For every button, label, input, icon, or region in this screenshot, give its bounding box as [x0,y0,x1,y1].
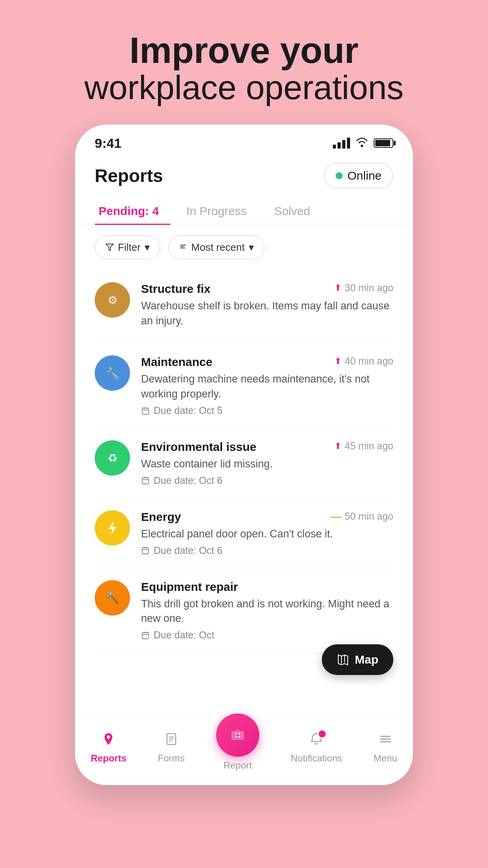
report-header: Energy — 50 min ago [141,510,393,524]
phone-frame: 9:41 Reports Online [75,125,413,785]
bottom-nav: Reports Forms Report [75,717,413,785]
svg-text:🔨: 🔨 [106,592,119,605]
report-item[interactable]: ⚙ Structure fix ⬆ 30 min ago Warehouse s… [95,270,393,344]
report-header: Structure fix ⬆ 30 min ago [141,282,393,296]
tab-solved[interactable]: Solved [270,197,322,224]
report-content: Structure fix ⬆ 30 min ago Warehouse she… [141,282,393,332]
report-item[interactable]: 🔨 Equipment repair This drill got broken… [95,568,393,653]
nav-label-reports: Reports [91,753,127,764]
filter-button[interactable]: Filter ▾ [95,235,160,259]
menu-icon [378,732,393,750]
svg-marker-0 [106,244,113,251]
report-time: ⬆ 30 min ago [334,282,393,294]
report-icon-structure: ⚙ [95,282,130,318]
report-due: Due date: Oct 5 [141,405,393,416]
signal-icon [333,138,350,149]
nav-label-menu: Menu [374,753,397,764]
report-content: Environmental issue ⬆ 45 min ago Waste c… [141,440,393,486]
nav-item-reports[interactable]: Reports [91,732,127,764]
report-icon-energy [95,510,130,546]
report-item[interactable]: Energy — 50 min ago Electrical panel doo… [95,498,393,568]
status-bar: 9:41 [75,125,413,155]
tab-pending[interactable]: Pending: 4 [95,197,171,224]
status-icons [333,137,393,150]
online-label: Online [347,169,382,182]
report-time: ⬆ 45 min ago [334,440,393,452]
wifi-icon [356,137,368,150]
headline-section: Improve your workplace operations [84,0,404,105]
tabs: Pending: 4 In Progress Solved [75,197,413,224]
headline-bold: Improve your [84,31,404,70]
battery-icon [374,138,393,148]
svg-rect-11 [142,478,149,484]
map-button[interactable]: Map [322,644,393,675]
online-dot [336,172,343,179]
app-header: Reports Online [75,155,413,197]
report-content: Energy — 50 min ago Electrical panel doo… [141,510,393,556]
svg-rect-16 [142,548,149,554]
report-content: Maintenance ⬆ 40 min ago Dewatering mach… [141,355,393,416]
report-time: ⬆ 40 min ago [334,355,393,367]
nav-item-menu[interactable]: Menu [374,732,397,764]
most-recent-button[interactable]: Most recent ▾ [168,235,264,259]
priority-high-icon: ⬆ [334,283,341,293]
report-content: Equipment repair This drill got broken a… [141,580,393,641]
fab-report-button[interactable] [216,714,259,757]
online-badge: Online [324,163,393,189]
report-header: Equipment repair [141,580,393,594]
location-icon [101,732,116,750]
document-icon [164,732,178,750]
nav-item-forms[interactable]: Forms [158,732,185,764]
svg-text:🔧: 🔧 [106,367,119,380]
nav-label-report: Report [224,760,252,771]
nav-label-forms: Forms [158,753,185,764]
status-time: 9:41 [95,136,121,151]
svg-point-27 [107,736,110,739]
report-due: Due date: Oct 6 [141,545,393,556]
priority-medium-icon: — [330,510,341,523]
nav-item-report-fab[interactable]: Report [216,725,259,771]
headline-light: workplace operations [84,70,404,105]
notification-badge [318,730,327,738]
report-icon-maintenance: 🔧 [95,355,130,391]
report-header: Maintenance ⬆ 40 min ago [141,355,393,369]
svg-rect-21 [142,633,149,639]
svg-marker-15 [108,521,116,535]
report-header: Environmental issue ⬆ 45 min ago [141,440,393,454]
report-time: — 50 min ago [330,510,393,523]
nav-label-notifications: Notifications [291,753,342,764]
priority-high-icon: ⬆ [334,441,341,451]
svg-text:⚙: ⚙ [108,294,117,306]
report-due: Due date: Oct [141,629,393,641]
report-icon-equipment: 🔨 [95,580,130,616]
report-icon-environmental: ♻ [95,440,130,476]
filter-bar: Filter ▾ Most recent ▾ [75,224,413,270]
report-item[interactable]: ♻ Environmental issue ⬆ 45 min ago Waste… [95,428,393,498]
svg-text:♻: ♻ [108,452,117,464]
bell-icon [309,732,323,750]
nav-item-notifications[interactable]: Notifications [291,732,342,764]
tab-in-progress[interactable]: In Progress [182,197,258,224]
app-title: Reports [95,165,163,186]
svg-rect-6 [142,408,149,414]
report-item[interactable]: 🔧 Maintenance ⬆ 40 min ago Dewatering ma… [95,344,393,428]
report-due: Due date: Oct 6 [141,475,393,486]
priority-high-icon: ⬆ [334,356,341,366]
